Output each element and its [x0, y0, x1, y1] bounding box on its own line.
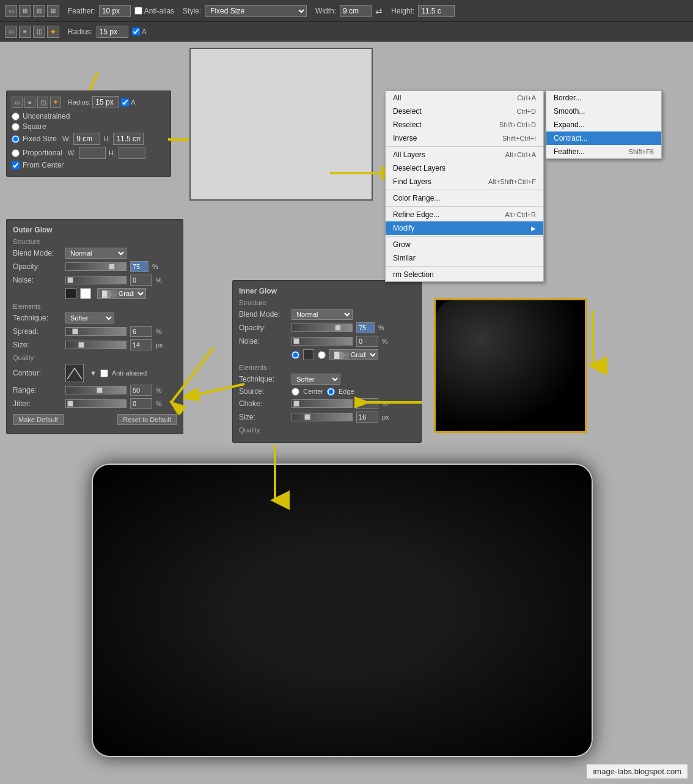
size-slider[interactable] — [65, 341, 127, 349]
sp-magic-icon[interactable]: ✦ — [50, 97, 61, 108]
style-label: Style: — [183, 7, 201, 15]
menu-item-deselect[interactable]: Deselect Ctrl+D — [386, 105, 543, 118]
pw-input[interactable] — [79, 147, 106, 159]
ig-opacity-label: Opacity: — [239, 324, 288, 332]
anti-aliased-checkbox[interactable] — [100, 369, 108, 377]
from-center-checkbox[interactable] — [12, 161, 20, 169]
w-input[interactable] — [73, 133, 100, 145]
submenu-border[interactable]: Border... — [546, 91, 661, 105]
ig-size-input[interactable] — [356, 412, 378, 423]
anti-alias2-checkbox[interactable] — [132, 28, 140, 35]
ig-black-swatch[interactable] — [303, 349, 314, 360]
height-input[interactable] — [418, 5, 455, 17]
range-input[interactable] — [130, 385, 152, 396]
fixed-size-radio[interactable] — [12, 135, 20, 143]
ig-gradient-radio[interactable] — [318, 351, 326, 359]
magic-icon[interactable]: ✦ — [47, 26, 59, 38]
menu-item-all[interactable]: All Ctrl+A — [386, 91, 543, 105]
ig-technique-select[interactable]: Softer — [292, 374, 340, 385]
contour-preview[interactable] — [65, 364, 84, 382]
swap-dimensions-icon[interactable]: ⇄ — [375, 6, 383, 16]
size-input[interactable] — [130, 339, 152, 350]
range-slider[interactable] — [65, 386, 127, 394]
menu-item-modify[interactable]: Modify ▶ — [386, 221, 543, 235]
width-input[interactable] — [340, 5, 372, 17]
opacity-unit: % — [152, 263, 158, 270]
sp-checkbox[interactable] — [121, 98, 129, 106]
submenu-feather[interactable]: Feather... Shift+F6 — [546, 145, 661, 158]
blend-mode-select[interactable]: NormalMultiplyScreen — [65, 248, 127, 259]
ig-noise-input[interactable] — [356, 336, 378, 347]
ig-choke-slider[interactable] — [292, 399, 353, 408]
unconstrained-radio[interactable] — [12, 113, 20, 120]
opacity-input[interactable] — [130, 261, 148, 272]
divider4 — [386, 236, 543, 237]
subtract-selection-icon[interactable]: ⊟ — [33, 5, 45, 17]
ig-opacity-input[interactable] — [356, 322, 375, 333]
ig-opacity-slider[interactable] — [292, 324, 353, 332]
submenu-contract-label: Contract... — [554, 134, 587, 142]
spread-input[interactable] — [130, 326, 152, 337]
menu-item-reselect[interactable]: Reselect Shift+Ctrl+D — [386, 118, 543, 131]
sp-checkbox-label: A — [131, 98, 135, 106]
canvas-inner — [191, 49, 372, 199]
technique-row: Technique: SofterPrecise — [13, 312, 177, 324]
spread-slider[interactable] — [65, 327, 127, 336]
sp-radius-input[interactable] — [92, 96, 119, 108]
menu-item-inverse[interactable]: Inverse Shift+Ctrl+I — [386, 131, 543, 145]
color-black-swatch[interactable] — [65, 288, 76, 299]
reset-default-button[interactable]: Reset to Default — [117, 414, 177, 425]
h-input[interactable] — [113, 133, 144, 145]
proportional-radio[interactable] — [12, 149, 20, 157]
add-selection-icon[interactable]: ⊞ — [19, 5, 31, 17]
inner-glow-title: Inner Glow — [239, 287, 415, 295]
make-default-button[interactable]: Make Default — [13, 414, 64, 425]
rect-marquee-icon[interactable]: ▭ — [5, 5, 17, 17]
menu-item-grow[interactable]: Grow — [386, 238, 543, 251]
technique-select[interactable]: SofterPrecise — [65, 312, 114, 324]
sp-layer-icon[interactable]: ◫ — [37, 97, 48, 108]
sp-rect-icon[interactable]: ▭ — [12, 97, 23, 108]
ig-edge-radio[interactable] — [327, 388, 335, 396]
menu-item-refine-edge[interactable]: Refine Edge... Alt+Ctrl+R — [386, 208, 543, 221]
anti-alias-label: Anti-alias — [144, 7, 174, 15]
submenu-expand[interactable]: Expand... — [546, 118, 661, 131]
ig-center-radio[interactable] — [292, 388, 299, 396]
menu-item-all-layers[interactable]: All Layers Alt+Ctrl+A — [386, 148, 543, 161]
square-radio[interactable] — [12, 123, 20, 131]
ph-input[interactable] — [119, 147, 145, 159]
menu-item-inverse-label: Inverse — [393, 134, 417, 142]
color-white-swatch[interactable] — [80, 288, 91, 299]
menu-item-similar[interactable]: Similar — [386, 251, 543, 265]
anti-alias-checkbox[interactable] — [134, 7, 142, 15]
row-select-icon[interactable]: ≡ — [19, 26, 31, 38]
unconstrained-row: Unconstrained — [12, 112, 166, 120]
ig-noise-slider[interactable] — [292, 337, 353, 346]
jitter-slider[interactable] — [65, 399, 127, 408]
radius-input[interactable] — [97, 26, 128, 38]
noise-input[interactable] — [130, 275, 152, 286]
ig-blend-mode-select[interactable]: Normal — [292, 309, 353, 320]
menu-item-reselect-label: Reselect — [393, 120, 422, 129]
color-mode-select[interactable]: ▓▒░ Gradient — [97, 288, 146, 299]
ig-choke-input[interactable] — [356, 398, 378, 409]
jitter-input[interactable] — [130, 398, 152, 409]
sp-row-icon[interactable]: ≡ — [24, 97, 35, 108]
ig-size-slider[interactable] — [292, 413, 353, 421]
contour-dropdown-icon[interactable]: ▼ — [90, 369, 97, 377]
ig-color-radio[interactable] — [292, 351, 299, 359]
opacity-slider[interactable] — [65, 262, 127, 271]
menu-item-transform[interactable]: rm Selection — [386, 268, 543, 281]
rect2-icon[interactable]: ▭ — [5, 26, 17, 38]
intersect-selection-icon[interactable]: ⊠ — [47, 5, 59, 17]
menu-item-find-layers[interactable]: Find Layers Alt+Shift+Ctrl+F — [386, 175, 543, 188]
menu-item-color-range[interactable]: Color Range... — [386, 191, 543, 205]
submenu-contract[interactable]: Contract... — [546, 131, 661, 145]
ig-gradient-select[interactable]: ▓▒░ Gradient — [329, 349, 378, 360]
layer-icon[interactable]: ◫ — [33, 26, 45, 38]
feather-input[interactable] — [99, 5, 131, 17]
menu-item-deselect-layers[interactable]: Deselect Layers — [386, 161, 543, 175]
style-select[interactable]: Fixed Size Normal Constrained Aspect Rat… — [205, 5, 307, 17]
submenu-smooth[interactable]: Smooth... — [546, 105, 661, 118]
noise-slider[interactable] — [65, 276, 127, 284]
